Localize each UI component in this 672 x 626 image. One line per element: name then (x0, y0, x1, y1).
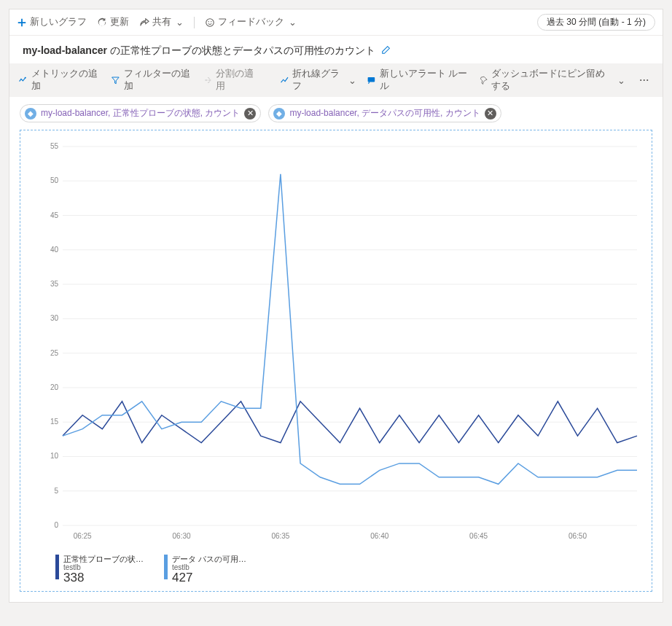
chevron-down-icon: ⌄ (176, 17, 184, 28)
resource-icon: ◆ (273, 108, 285, 120)
chart-type-label: 折れ線グラフ (292, 68, 343, 93)
share-label: 共有 (152, 16, 171, 28)
pin-icon (479, 75, 488, 85)
add-filter-button[interactable]: フィルターの追加 (111, 68, 193, 93)
refresh-button[interactable]: 更新 (97, 16, 129, 28)
feedback-label: フィードバック (218, 16, 284, 28)
chart-area: 051015202530354045505506:2506:3006:3506:… (26, 139, 646, 547)
chevron-down-icon: ⌄ (289, 17, 297, 28)
svg-text:06:35: 06:35 (271, 532, 289, 540)
legend-series-name: 正常性プローブの状態... (63, 555, 144, 563)
svg-text:06:50: 06:50 (569, 532, 587, 540)
svg-text:55: 55 (50, 142, 59, 150)
chevron-down-icon: ⌄ (348, 75, 356, 86)
more-button[interactable]: ··· (636, 75, 654, 85)
smile-icon (205, 17, 215, 28)
new-chart-button[interactable]: 新しいグラフ (17, 16, 87, 28)
pencil-icon (381, 44, 391, 55)
add-metric-label: メトリックの追加 (31, 68, 101, 93)
svg-text:50: 50 (50, 176, 59, 184)
chip-text: my-load-balancer, 正常性プローブの状態, カウント (41, 107, 240, 120)
metric-icon (18, 75, 28, 85)
svg-text:06:45: 06:45 (469, 532, 488, 540)
new-alert-button[interactable]: 新しいアラート ルール (367, 68, 469, 93)
chart-type-button[interactable]: 折れ線グラフ ⌄ (280, 68, 356, 93)
chip-close-icon[interactable]: ✕ (485, 108, 496, 120)
chevron-down-icon: ⌄ (617, 75, 625, 86)
svg-text:30: 30 (50, 314, 59, 322)
share-button[interactable]: 共有 ⌄ (139, 16, 184, 28)
refresh-label: 更新 (110, 16, 129, 28)
svg-text:10: 10 (50, 452, 59, 460)
line-chart-icon (280, 75, 289, 85)
svg-text:5: 5 (54, 487, 58, 495)
chip-close-icon[interactable]: ✕ (244, 108, 256, 120)
legend-item[interactable]: 正常性プローブの状態...testlb338 (55, 555, 144, 585)
legend-value: 338 (63, 571, 144, 585)
metric-chip[interactable]: ◆my-load-balancer, データパスの可用性, カウント✕ (268, 104, 501, 122)
split-icon (203, 75, 213, 85)
svg-text:06:30: 06:30 (173, 532, 191, 540)
svg-text:06:40: 06:40 (370, 532, 388, 540)
chart-title-resource: my-load-balancer (23, 44, 107, 56)
svg-text:15: 15 (50, 418, 59, 426)
chip-text: my-load-balancer, データパスの可用性, カウント (289, 107, 480, 120)
metric-chips: ◆my-load-balancer, 正常性プローブの状態, カウント✕◆my-… (9, 97, 663, 130)
legend-color-bar (55, 555, 59, 579)
pin-dashboard-label: ダッシュボードにピン留めする (491, 68, 612, 93)
command-bar: メトリックの追加 フィルターの追加 分割の適用 折れ線グラフ ⌄ 新しいアラート… (9, 63, 663, 97)
refresh-icon (97, 17, 107, 28)
svg-point-3 (25, 77, 26, 79)
filter-icon (111, 75, 120, 85)
time-range-button[interactable]: 過去 30 分間 (自動 - 1 分) (537, 14, 655, 31)
chart-title: my-load-balancer の正常性プローブの状態とデータパスの可用性のカ… (23, 44, 375, 58)
new-chart-label: 新しいグラフ (30, 16, 87, 28)
svg-text:20: 20 (50, 383, 59, 391)
chart-legend: 正常性プローブの状態...testlb338データ パスの可用性...testl… (26, 547, 646, 585)
alert-icon (367, 75, 376, 85)
svg-point-2 (211, 20, 211, 21)
chart-title-row: my-load-balancer の正常性プローブの状態とデータパスの可用性のカ… (9, 36, 663, 63)
metric-chip[interactable]: ◆my-load-balancer, 正常性プローブの状態, カウント✕ (20, 104, 261, 122)
plus-icon (17, 17, 27, 28)
edit-title-icon[interactable] (381, 44, 391, 58)
top-toolbar: 新しいグラフ 更新 共有 ⌄ フィードバック ⌄ 過去 30 分間 (自動 - … (9, 9, 663, 36)
time-range-label: 過去 30 分間 (自動 - 1 分) (547, 17, 646, 27)
svg-text:35: 35 (50, 280, 59, 288)
svg-text:45: 45 (50, 211, 59, 219)
chart-container: 051015202530354045505506:2506:3006:3506:… (20, 130, 652, 592)
share-icon (139, 17, 149, 28)
resource-icon: ◆ (25, 108, 36, 120)
add-metric-button[interactable]: メトリックの追加 (18, 68, 101, 93)
legend-value: 427 (172, 571, 252, 585)
add-filter-label: フィルターの追加 (124, 68, 193, 93)
svg-rect-4 (368, 77, 375, 82)
legend-item[interactable]: データ パスの可用性...testlb427 (164, 555, 252, 585)
svg-text:40: 40 (50, 246, 59, 254)
apply-split-button: 分割の適用 (203, 68, 259, 93)
toolbar-divider (194, 17, 195, 28)
svg-point-1 (208, 20, 209, 21)
legend-color-bar (164, 555, 168, 579)
chart-title-rest: の正常性プローブの状態とデータパスの可用性のカウント (107, 44, 375, 56)
feedback-button[interactable]: フィードバック ⌄ (205, 16, 297, 28)
new-alert-label: 新しいアラート ルール (380, 68, 469, 93)
svg-text:0: 0 (54, 521, 58, 529)
line-chart[interactable]: 051015202530354045505506:2506:3006:3506:… (26, 139, 646, 547)
apply-split-label: 分割の適用 (216, 68, 259, 93)
metrics-explorer-page: 新しいグラフ 更新 共有 ⌄ フィードバック ⌄ 過去 30 分間 (自動 - … (9, 9, 663, 603)
svg-text:06:25: 06:25 (74, 532, 92, 540)
svg-text:25: 25 (50, 349, 59, 357)
svg-point-0 (206, 18, 214, 26)
pin-dashboard-button[interactable]: ダッシュボードにピン留めする ⌄ (479, 68, 625, 93)
legend-series-name: データ パスの可用性... (172, 555, 252, 563)
